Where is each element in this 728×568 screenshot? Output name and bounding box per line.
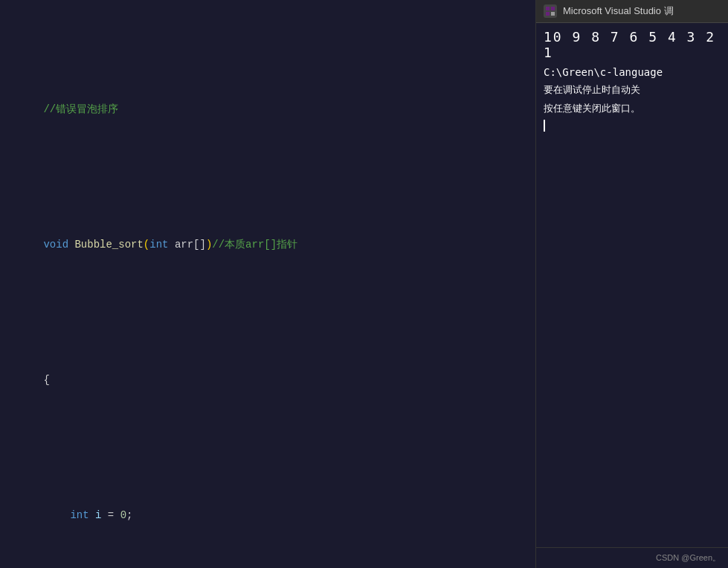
- console-cursor: [544, 120, 545, 132]
- console-header: Microsoft Visual Studio 调: [536, 0, 728, 23]
- svg-rect-2: [546, 12, 550, 16]
- line-int-i: int i = 0;: [0, 486, 535, 544]
- console-text1: 要在调试停止时自动关: [544, 83, 721, 98]
- svg-rect-3: [551, 12, 555, 16]
- svg-rect-1: [551, 7, 555, 10]
- code-content: //错误冒泡排序 void Bubble_sort(int arr[])//本质…: [0, 0, 535, 568]
- console-title-text: Microsoft Visual Studio 调: [563, 4, 674, 18]
- console-text2: 按任意键关闭此窗口。: [544, 101, 721, 117]
- console-footer: CSDN @Green。: [536, 547, 728, 568]
- console-footer-text: CSDN @Green。: [544, 552, 721, 564]
- svg-rect-0: [546, 7, 550, 10]
- console-path: C:\Green\c-language: [544, 66, 721, 78]
- line-comment-header: //错误冒泡排序: [0, 80, 535, 138]
- line-func-decl: void Bubble_sort(int arr[])//本质arr[]指针: [0, 216, 535, 274]
- console-body: 10 9 8 7 6 5 4 3 2 1 C:\Green\c-language…: [536, 23, 728, 547]
- console-panel: Microsoft Visual Studio 调 10 9 8 7 6 5 4…: [535, 0, 728, 568]
- vs-icon: [544, 4, 557, 18]
- console-numbers: 10 9 8 7 6 5 4 3 2 1: [544, 29, 721, 60]
- line-brace-open: {: [0, 351, 535, 409]
- code-panel: //错误冒泡排序 void Bubble_sort(int arr[])//本质…: [0, 0, 535, 568]
